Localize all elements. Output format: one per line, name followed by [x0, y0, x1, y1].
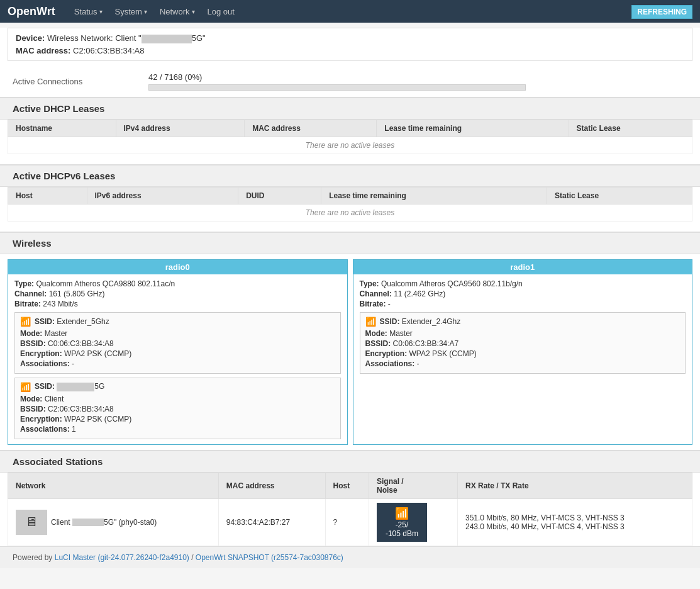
client-device-icon: 🖥	[25, 515, 38, 529]
assoc-col-host: Host	[325, 473, 369, 498]
radio1-channel-line: Channel: 11 (2.462 GHz)	[360, 289, 686, 298]
system-dropdown-arrow: ▾	[144, 8, 147, 15]
radio0-channel-line: Channel: 161 (5.805 GHz)	[14, 289, 341, 298]
assoc-col-rate: RX Rate / TX Rate	[457, 473, 692, 498]
radio1-bitrate-value: -	[388, 300, 391, 308]
client-ssid-redacted	[72, 519, 104, 526]
radio0-ssid0-encryption: Encryption: WPA2 PSK (CCMP)	[20, 349, 335, 358]
radio0-type-label: Type:	[14, 279, 34, 288]
dhcpv6-no-leases-message: There are no active leases	[8, 204, 692, 221]
radio1-ssid0-bssid: BSSID: C0:06:C3:BB:34:A7	[365, 339, 681, 348]
dhcpv6-leases-table: Host IPv6 address DUID Lease time remain…	[8, 187, 692, 222]
device-info-line1: Device: Wireless Network: Client "5G"	[16, 33, 684, 43]
radio0-box: radio0 Type: Qualcomm Atheros QCA9880 80…	[8, 259, 348, 445]
status-dropdown-arrow: ▾	[99, 8, 103, 15]
radio1-type-value: Qualcomm Atheros QCA9560 802.11b/g/n	[381, 279, 523, 288]
radio0-bitrate-line: Bitrate: 243 Mbit/s	[14, 300, 341, 308]
radio0-channel-value: 161 (5.805 GHz)	[49, 289, 105, 298]
signal-value: -25/	[383, 520, 421, 529]
device-ssid-redacted	[142, 35, 192, 43]
radio0-ssid0-card: 📶 SSID: Extender_5Ghz Mode: Master BSSID…	[14, 312, 341, 374]
assoc-col-signal: Signal /Noise	[369, 473, 457, 498]
radio1-ssid0-label: SSID: Extender_2.4Ghz	[380, 317, 461, 326]
radio1-channel-label: Channel:	[360, 289, 392, 298]
assoc-stations-table: Network MAC address Host Signal /Noise R…	[8, 473, 692, 546]
radio1-box: radio1 Type: Qualcomm Atheros QCA9560 80…	[353, 259, 693, 445]
assoc-row-signal: 📶 -25/ -105 dBm	[369, 498, 457, 546]
dhcp-no-leases-message: There are no active leases	[8, 137, 692, 154]
assoc-stations-header-row: Network MAC address Host Signal /Noise R…	[8, 473, 692, 498]
wireless-radios: radio0 Type: Qualcomm Atheros QCA9880 80…	[0, 254, 700, 450]
radio0-ssid1-card: 📶 SSID: 5G Mode: Client BSSID: C2:06:C3:…	[14, 378, 341, 439]
dhcp-leases-section: Hostname IPv4 address MAC address Lease …	[0, 120, 700, 154]
connections-progress-bar	[148, 84, 526, 91]
nav-network[interactable]: Network ▾	[153, 0, 201, 23]
nav-status[interactable]: Status ▾	[68, 0, 109, 23]
radio0-ssid1-encryption: Encryption: WPA2 PSK (CCMP)	[20, 415, 335, 424]
assoc-row-rate: 351.0 Mbit/s, 80 MHz, VHT-MCS 3, VHT-NSS…	[457, 498, 692, 546]
radio0-ssid1-header: 📶 SSID: 5G	[20, 382, 335, 392]
radio1-header: radio1	[353, 260, 692, 274]
radio0-bitrate-label: Bitrate:	[14, 300, 41, 308]
footer: Powered by LuCI Master (git-24.077.26240…	[0, 546, 700, 568]
radio0-ssid1-assoc: Associations: 1	[20, 425, 335, 434]
assoc-stations-header: Associated Stations	[0, 450, 700, 473]
active-connections-section: Active Connections 42 / 7168 (0%)	[0, 66, 700, 97]
device-value-prefix: Wireless Network: Client "	[47, 33, 142, 43]
radio0-ssid0-mode: Mode: Master	[20, 329, 335, 338]
dhcp-col-ipv4: IPv4 address	[116, 120, 245, 137]
assoc-col-mac: MAC address	[218, 473, 325, 498]
dhcpv6-col-ipv6: IPv6 address	[87, 187, 238, 204]
mac-value: C2:06:C3:BB:34:A8	[73, 46, 144, 55]
radio0-bitrate-value: 243 Mbit/s	[43, 300, 77, 308]
connections-value: 42 / 7168 (0%)	[148, 72, 526, 82]
radio0-channel-label: Channel:	[14, 289, 47, 298]
dhcpv6-leases-section: Host IPv6 address DUID Lease time remain…	[0, 187, 700, 222]
dhcp-leases-header-row: Hostname IPv4 address MAC address Lease …	[8, 120, 692, 137]
device-info-line2: MAC address: C2:06:C3:BB:34:A8	[16, 46, 684, 55]
radio0-body: Type: Qualcomm Atheros QCA9880 802.11ac/…	[8, 274, 347, 444]
radio0-ssid0-assoc: Associations: -	[20, 359, 335, 368]
client-label: Client 5G" (phy0-sta0)	[51, 518, 157, 527]
footer-openwrt-link[interactable]: OpenWrt SNAPSHOT (r25574-7ac030876c)	[196, 553, 343, 562]
device-info-box: Device: Wireless Network: Client "5G" MA…	[8, 28, 692, 61]
dhcp-col-mac: MAC address	[245, 120, 377, 137]
refreshing-badge: REFRESHING	[631, 5, 692, 19]
radio1-bitrate-line: Bitrate: -	[360, 300, 686, 308]
assoc-row-mac: 94:83:C4:A2:B7:27	[218, 498, 325, 546]
radio1-channel-value: 11 (2.462 GHz)	[394, 289, 445, 298]
wifi-icon-0: 📶	[20, 317, 31, 327]
nav-system[interactable]: System ▾	[109, 0, 153, 23]
radio0-ssid0-header: 📶 SSID: Extender_5Ghz	[20, 317, 335, 327]
dhcp-col-static: Static Lease	[569, 120, 692, 137]
radio0-type-value: Qualcomm Atheros QCA9880 802.11ac/n	[36, 279, 175, 288]
connections-label: Active Connections	[13, 77, 138, 86]
radio0-ssid0-label: SSID: Extender_5Ghz	[35, 317, 109, 326]
device-value-suffix: 5G"	[192, 33, 206, 43]
nav-logout[interactable]: Log out	[201, 0, 241, 23]
radio1-type-label: Type:	[360, 279, 379, 288]
assoc-col-network: Network	[8, 473, 219, 498]
main-content: Device: Wireless Network: Client "5G" MA…	[0, 28, 700, 546]
dhcpv6-no-leases-row: There are no active leases	[8, 204, 692, 221]
radio1-type-line: Type: Qualcomm Atheros QCA9560 802.11b/g…	[360, 279, 686, 288]
radio1-ssid0-assoc: Associations: -	[365, 359, 681, 368]
dhcp-leases-header: Active DHCP Leases	[0, 97, 700, 120]
dhcp-col-lease: Lease time remaining	[377, 120, 569, 137]
mac-label: MAC address:	[16, 46, 70, 55]
connections-value-block: 42 / 7168 (0%)	[148, 72, 526, 91]
footer-luci-link[interactable]: LuCI Master (git-24.077.26240-f2a4910)	[55, 553, 189, 562]
radio0-ssid1-bssid: BSSID: C2:06:C3:BB:34:A8	[20, 405, 335, 413]
footer-powered-by: Powered by	[13, 553, 55, 562]
wifi-icon-1: 📶	[20, 382, 31, 392]
dhcpv6-col-host: Host	[8, 187, 87, 204]
dhcpv6-leases-header: Active DHCPv6 Leases	[0, 164, 700, 187]
wireless-header: Wireless	[0, 232, 700, 254]
dhcpv6-col-static: Static Lease	[547, 187, 692, 204]
radio0-header: radio0	[8, 260, 347, 274]
radio1-ssid0-mode: Mode: Master	[365, 329, 681, 338]
client-network-cell: 🖥 Client 5G" (phy0-sta0)	[16, 510, 211, 535]
radio1-bitrate-label: Bitrate:	[360, 300, 386, 308]
signal-icon: 📶	[383, 507, 421, 520]
radio0-type-line: Type: Qualcomm Atheros QCA9880 802.11ac/…	[14, 279, 341, 288]
